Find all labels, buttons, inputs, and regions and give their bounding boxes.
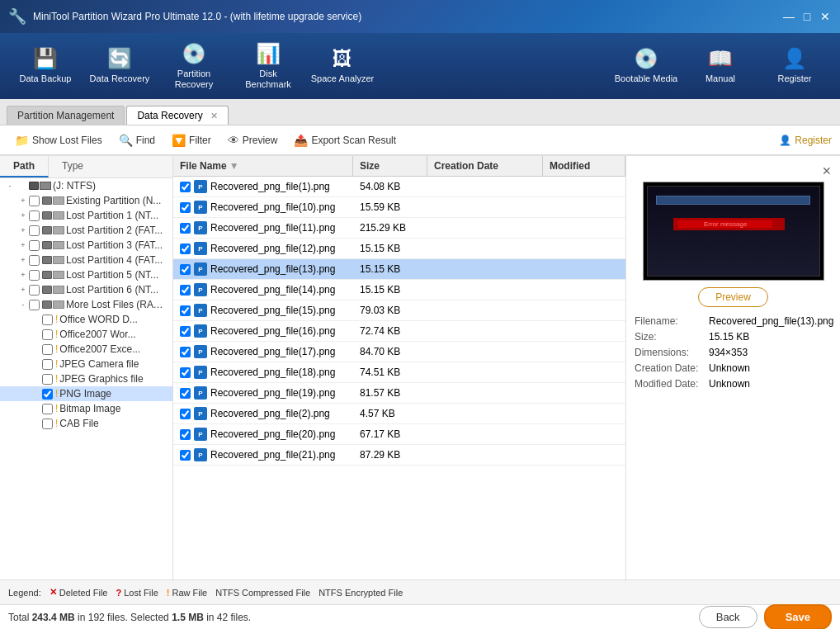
tree-expand-3[interactable]: + [18, 225, 28, 235]
back-button[interactable]: Back [699, 606, 757, 628]
tab-data-recovery[interactable]: Data Recovery ✕ [126, 106, 229, 125]
tree-expand-1[interactable]: + [18, 196, 28, 206]
file-checkbox-8[interactable] [180, 347, 191, 357]
tree-item-9[interactable]: !Office WORD D... [0, 312, 172, 327]
tree-expand-8[interactable]: - [18, 300, 28, 310]
file-checkbox-2[interactable] [180, 223, 191, 234]
preview-action-button[interactable]: Preview [698, 287, 768, 307]
maximize-btn[interactable]: □ [800, 10, 814, 23]
tree-expand-15[interactable] [31, 404, 41, 414]
tree-item-14[interactable]: !PNG Image [0, 386, 172, 401]
column-creation-date[interactable]: Creation Date [427, 156, 543, 176]
file-row-12[interactable]: P Recovered_png_file(20).png 67.17 KB [173, 424, 625, 445]
file-checkbox-3[interactable] [180, 244, 191, 254]
show-lost-files-button[interactable]: 📁 Show Lost Files [8, 131, 109, 149]
tree-expand-9[interactable] [31, 314, 41, 324]
file-checkbox-1[interactable] [180, 202, 191, 213]
tree-item-3[interactable]: +Lost Partition 2 (FAT... [0, 223, 172, 238]
file-row-3[interactable]: P Recovered_png_file(12).png 15.15 KB [173, 239, 625, 259]
tree-item-8[interactable]: -More Lost Files (RAW) [0, 297, 172, 312]
tree-expand-11[interactable] [31, 344, 41, 354]
file-checkbox-7[interactable] [180, 326, 191, 337]
tree-checkbox-2[interactable] [29, 210, 40, 221]
toolbar-partition-recovery[interactable]: 💿 Partition Recovery [157, 37, 231, 95]
toolbar-manual[interactable]: 📖 Manual [683, 37, 757, 95]
tree-expand-10[interactable] [31, 329, 41, 339]
tree-expand-13[interactable] [31, 374, 41, 384]
tab-partition-management[interactable]: Partition Management [7, 106, 125, 125]
tree-checkbox-15[interactable] [42, 404, 53, 414]
tree-checkbox-1[interactable] [29, 196, 40, 206]
tree-item-16[interactable]: !CAB File [0, 416, 172, 431]
tree-checkbox-7[interactable] [29, 285, 40, 296]
file-checkbox-0[interactable] [180, 182, 191, 192]
tree-checkbox-10[interactable] [42, 329, 53, 340]
toolbar-space-analyzer[interactable]: 🖼 Space Analyzer [305, 37, 380, 95]
file-row-13[interactable]: P Recovered_png_file(21).png 87.29 KB [173, 445, 625, 466]
tree-checkbox-8[interactable] [29, 300, 40, 310]
tree-expand-12[interactable] [31, 359, 41, 369]
file-row-10[interactable]: P Recovered_png_file(19).png 81.57 KB [173, 383, 625, 404]
tree-item-5[interactable]: +Lost Partition 4 (FAT... [0, 253, 172, 267]
column-filename[interactable]: File Name ▼ [173, 156, 353, 176]
tree-expand-14[interactable] [31, 389, 41, 399]
tree-checkbox-4[interactable] [29, 240, 40, 251]
tree-item-11[interactable]: !Office2007 Exce... [0, 342, 172, 357]
tree-item-12[interactable]: !JPEG Camera file [0, 357, 172, 371]
tree-checkbox-14[interactable] [42, 389, 53, 400]
tree-checkbox-11[interactable] [42, 344, 53, 355]
tree-checkbox-13[interactable] [42, 374, 53, 385]
toolbar-disk-benchmark[interactable]: 📊 Disk Benchmark [231, 37, 305, 95]
export-scan-result-button[interactable]: 📤 Export Scan Result [287, 131, 403, 149]
file-list-body[interactable]: P Recovered_png_file(1).png 54.08 KB P R… [173, 177, 625, 579]
tree-expand-2[interactable]: + [18, 210, 28, 220]
tree-expand-0[interactable]: - [5, 181, 15, 191]
tree-expand-7[interactable]: + [18, 285, 28, 295]
tab-close-icon[interactable]: ✕ [210, 111, 218, 121]
tree-checkbox-9[interactable] [42, 314, 53, 325]
file-checkbox-9[interactable] [180, 367, 191, 378]
tree-item-13[interactable]: !JPEG Graphics file [0, 371, 172, 386]
tree-expand-4[interactable]: + [18, 240, 28, 250]
file-row-0[interactable]: P Recovered_png_file(1).png 54.08 KB [173, 177, 625, 197]
file-row-9[interactable]: P Recovered_png_file(18).png 74.51 KB [173, 362, 625, 383]
tree-item-0[interactable]: -(J: NTFS) [0, 178, 172, 193]
toolbar-register[interactable]: 👤 Register [757, 37, 832, 95]
file-checkbox-6[interactable] [180, 305, 191, 316]
tree-expand-5[interactable]: + [18, 255, 28, 265]
file-checkbox-10[interactable] [180, 388, 191, 399]
file-row-6[interactable]: P Recovered_png_file(15).png 79.03 KB [173, 300, 625, 321]
tree-checkbox-6[interactable] [29, 270, 40, 281]
tree-item-7[interactable]: +Lost Partition 6 (NT... [0, 282, 172, 297]
tree-item-4[interactable]: +Lost Partition 3 (FAT... [0, 238, 172, 253]
column-modified[interactable]: Modified [543, 156, 625, 176]
tree-tab-type[interactable]: Type [49, 156, 97, 177]
file-row-2[interactable]: P Recovered_png_file(11).png 215.29 KB [173, 218, 625, 239]
file-row-11[interactable]: P Recovered_png_file(2).png 4.57 KB [173, 404, 625, 424]
toolbar-bootable-media[interactable]: 💿 Bootable Media [609, 37, 683, 95]
tree-checkbox-5[interactable] [29, 255, 40, 266]
file-row-7[interactable]: P Recovered_png_file(16).png 72.74 KB [173, 321, 625, 342]
find-button[interactable]: 🔍 Find [112, 131, 162, 149]
tree-item-2[interactable]: +Lost Partition 1 (NT... [0, 208, 172, 223]
tree-item-6[interactable]: +Lost Partition 5 (NT... [0, 267, 172, 282]
file-row-4[interactable]: P Recovered_png_file(13).png 15.15 KB [173, 259, 625, 280]
minimize-btn[interactable]: — [782, 10, 795, 23]
file-row-5[interactable]: P Recovered_png_file(14).png 15.15 KB [173, 280, 625, 300]
file-row-8[interactable]: P Recovered_png_file(17).png 84.70 KB [173, 342, 625, 362]
file-checkbox-11[interactable] [180, 409, 191, 419]
save-button[interactable]: Save [764, 604, 832, 629]
preview-button[interactable]: 👁 Preview [221, 131, 285, 149]
file-checkbox-13[interactable] [180, 450, 191, 461]
file-row-1[interactable]: P Recovered_png_file(10).png 15.59 KB [173, 197, 625, 218]
tree-checkbox-3[interactable] [29, 225, 40, 236]
tree-checkbox-12[interactable] [42, 359, 53, 370]
toolbar-data-recovery[interactable]: 🔄 Data Recovery [83, 37, 157, 95]
file-checkbox-4[interactable] [180, 264, 191, 275]
tree-checkbox-16[interactable] [42, 419, 53, 429]
toolbar-data-backup[interactable]: 💾 Data Backup [8, 37, 83, 95]
close-btn[interactable]: ✕ [819, 10, 832, 23]
tree-item-1[interactable]: +Existing Partition (N... [0, 193, 172, 208]
tree-item-10[interactable]: !Office2007 Wor... [0, 327, 172, 342]
file-checkbox-12[interactable] [180, 429, 191, 440]
